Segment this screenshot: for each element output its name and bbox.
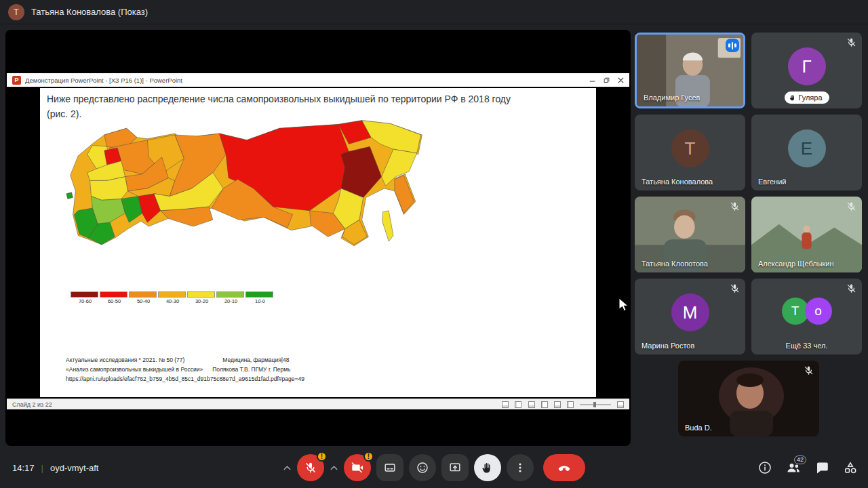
- raised-hand-pill: Гуляра: [784, 92, 829, 104]
- legend-item: 60-50: [100, 291, 129, 304]
- speaking-indicator-icon: [726, 39, 739, 52]
- participant-tile-tatyana-konovalova[interactable]: Т Татьяна Коновалова: [635, 115, 745, 190]
- legend-swatch: [216, 291, 244, 298]
- slide-citation: Актуальные исследования * 2021. № 50 (77…: [66, 355, 304, 384]
- participant-name: Александр Щеблыкин: [758, 260, 834, 268]
- participants-sidebar: Владимир Гусев Г Гуляра Т Татьяна Конова…: [635, 33, 863, 436]
- overflow-participants-tile[interactable]: T o Ещё 33 чел.: [751, 279, 862, 354]
- clock: 14:17: [12, 463, 35, 473]
- fit-to-window-icon[interactable]: [617, 401, 624, 408]
- raised-hand-icon: [481, 462, 494, 474]
- citation-section: Медицина, фармация|48: [222, 355, 289, 365]
- participant-name: Марина Ростов: [642, 342, 694, 350]
- close-icon[interactable]: [618, 77, 624, 83]
- meet-top-bar: T Татьяна Коновалова (Показ): [0, 0, 868, 24]
- participant-tile-gulyara[interactable]: Г Гуляра: [751, 33, 862, 108]
- notes-icon[interactable]: [502, 401, 509, 408]
- more-options-icon: [514, 462, 526, 474]
- present-button[interactable]: [441, 454, 469, 481]
- legend-item: 30-20: [187, 291, 216, 304]
- legend-label: 40-30: [158, 298, 187, 304]
- mouse-cursor: [619, 298, 629, 311]
- mic-off-icon: [846, 283, 856, 293]
- leave-call-button[interactable]: [543, 454, 585, 481]
- presenter-name: Татьяна Коновалова (Показ): [31, 7, 148, 17]
- mic-options-chevron-icon[interactable]: [283, 464, 292, 472]
- more-options-button[interactable]: [507, 454, 534, 481]
- avatar: Г: [788, 47, 826, 85]
- legend-item: 50-40: [129, 291, 158, 304]
- info-icon: [758, 461, 772, 474]
- participants-count-badge: 42: [794, 455, 806, 464]
- legend-item: 70-60: [71, 291, 100, 304]
- raise-hand-button[interactable]: [474, 454, 501, 481]
- chat-button[interactable]: [815, 461, 829, 474]
- slide-sorter-view-icon[interactable]: [541, 401, 548, 408]
- emoji-icon: [416, 462, 429, 474]
- meet-bottom-bar: 14:17 | oyd-vmyt-aft ! !: [0, 447, 868, 488]
- overflow-avatars: T o: [782, 298, 832, 325]
- participant-name: Татьяна Коновалова: [642, 178, 713, 186]
- captions-button[interactable]: [376, 454, 403, 481]
- mic-off-icon: [304, 462, 317, 474]
- citation-article-title: «Анализ самопроизвольных выкидышей в Рос…: [66, 365, 203, 374]
- participant-tile-vladimir-gusev[interactable]: Владимир Гусев: [635, 33, 745, 108]
- present-screen-icon: [449, 462, 461, 474]
- participant-tile-evgeniy[interactable]: Е Евгений: [751, 115, 862, 190]
- presenter-avatar: T: [8, 4, 24, 20]
- raised-hand-name: Гуляра: [798, 94, 822, 102]
- minimize-icon[interactable]: [589, 77, 595, 83]
- legend-item: 10-0: [245, 291, 275, 304]
- participant-tile-tatyana-klopotova[interactable]: Татьяна Клопотова: [635, 197, 745, 272]
- powerpoint-window: P Демонстрация PowerPoint - [ХЗ Р16 (1)]…: [7, 73, 629, 409]
- participant-tile-buda-d[interactable]: Buda D.: [678, 361, 819, 436]
- map-region: [395, 176, 414, 214]
- zoom-slider[interactable]: [580, 404, 611, 405]
- map-region: [66, 192, 73, 199]
- comments-icon[interactable]: [515, 401, 521, 408]
- russia-choropleth-map: [64, 115, 430, 298]
- captions-icon: [384, 462, 396, 474]
- participant-name: Евгений: [758, 178, 786, 186]
- raised-hand-icon: [789, 94, 795, 101]
- participant-tile-marina-rostov[interactable]: М Марина Ростов: [635, 279, 745, 354]
- reactions-button[interactable]: [409, 454, 436, 481]
- mic-button[interactable]: !: [297, 454, 324, 481]
- participants-button[interactable]: 42: [787, 461, 800, 474]
- mic-warning-badge: !: [317, 451, 327, 462]
- mic-off-icon: [730, 201, 740, 211]
- legend-swatch: [129, 291, 157, 298]
- participant-tile-aleksandr-shcheblykin[interactable]: Александр Щеблыкин: [751, 197, 862, 272]
- legend-swatch: [100, 291, 127, 298]
- mic-off-icon: [730, 283, 740, 293]
- activities-button[interactable]: [844, 461, 857, 474]
- map-legend: 70-60 60-50 50-40 40-30: [71, 291, 275, 304]
- meeting-details-button[interactable]: [758, 461, 772, 474]
- camera-options-chevron-icon[interactable]: [330, 464, 338, 472]
- normal-view-icon[interactable]: [528, 401, 535, 408]
- shared-screen-stage: P Демонстрация PowerPoint - [ХЗ Р16 (1)]…: [5, 30, 631, 446]
- powerpoint-logo-icon: P: [12, 76, 21, 85]
- powerpoint-window-title: Демонстрация PowerPoint - [ХЗ Р16 (1)] -…: [25, 77, 182, 84]
- camera-warning-badge: !: [363, 451, 374, 462]
- avatar: o: [805, 298, 832, 325]
- legend-label: 50-40: [129, 298, 158, 304]
- legend-label: 30-20: [187, 298, 216, 304]
- citation-author: Полякова Т.В. ПГМУ г. Пермь: [212, 365, 290, 374]
- participant-name: Владимир Гусев: [644, 94, 700, 102]
- camera-button[interactable]: !: [344, 454, 371, 481]
- legend-label: 10-0: [245, 298, 275, 304]
- avatar: Е: [788, 129, 826, 167]
- participant-name: Buda D.: [685, 424, 712, 432]
- slide-counter: Слайд 2 из 22: [12, 401, 52, 408]
- avatar: М: [671, 293, 709, 331]
- restore-window-icon[interactable]: [604, 77, 610, 83]
- slide-canvas-area: Ниже представлено распределение числа са…: [7, 87, 629, 399]
- mic-off-icon: [804, 365, 814, 375]
- slideshow-view-icon[interactable]: [567, 401, 574, 408]
- reading-view-icon[interactable]: [554, 401, 561, 408]
- legend-item: 40-30: [158, 291, 187, 304]
- mic-off-icon: [846, 201, 856, 211]
- citation-url: https://apni.ru/uploads/efacf762_b759_4b…: [66, 374, 304, 384]
- mic-off-icon: [846, 37, 856, 47]
